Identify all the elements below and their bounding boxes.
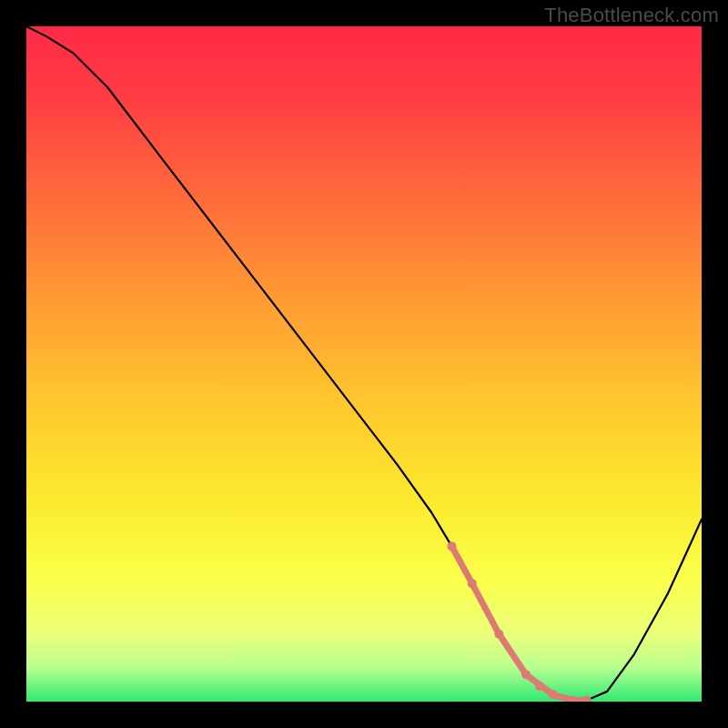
marker-valley-highlight <box>521 670 531 679</box>
marker-valley-highlight <box>468 579 477 588</box>
marker-valley-highlight <box>447 541 456 551</box>
chart-svg <box>26 26 702 702</box>
marker-valley-highlight <box>549 691 558 700</box>
marker-valley-highlight <box>535 682 544 691</box>
plot-area <box>26 26 702 702</box>
gradient-rect <box>26 26 702 702</box>
chart-frame: TheBottleneck.com <box>0 0 728 728</box>
watermark-text: TheBottleneck.com <box>544 4 719 27</box>
marker-valley-highlight <box>494 630 503 639</box>
